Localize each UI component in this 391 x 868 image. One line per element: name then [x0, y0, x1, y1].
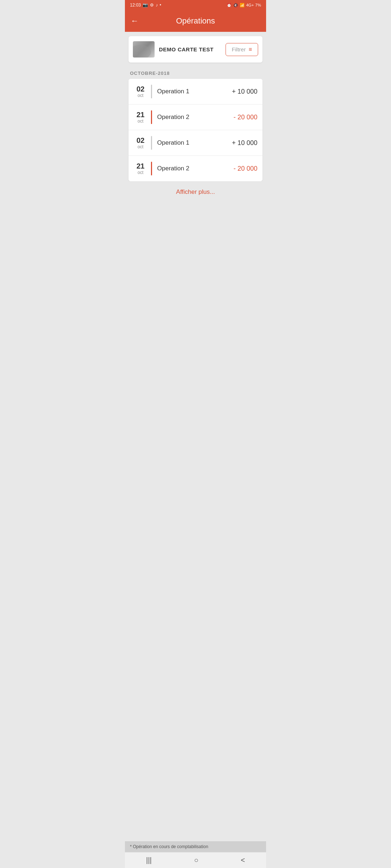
- op-divider: [151, 85, 152, 98]
- op-date: 02 oct: [134, 136, 147, 149]
- table-row[interactable]: 21 oct Operation 2- 20 000: [129, 105, 262, 130]
- op-divider: [151, 110, 152, 124]
- header: ← Opérations: [125, 10, 266, 32]
- op-divider: [151, 162, 152, 175]
- status-bar: 12:03 📷 ⚙ ♪ • ⏰ 🔇 📶 4G+ 7%: [125, 0, 266, 10]
- op-day: 02: [134, 85, 147, 93]
- op-month: oct: [134, 170, 147, 175]
- status-photo-icon: 📷: [143, 3, 148, 8]
- status-time: 12:03: [130, 3, 141, 8]
- filter-icon: ≡: [249, 46, 252, 53]
- op-name: Operation 2: [157, 114, 234, 121]
- month-header: OCTOBRE-2018: [125, 67, 266, 79]
- op-day: 21: [134, 111, 147, 119]
- op-date: 21 oct: [134, 162, 147, 175]
- operations-list: 02 oct Operation 1+ 10 000 21 oct Operat…: [129, 79, 262, 181]
- op-name: Operation 1: [157, 139, 232, 146]
- month-label: OCTOBRE-2018: [130, 71, 170, 76]
- op-divider: [151, 136, 152, 150]
- status-signal-icon: 4G+: [246, 3, 254, 7]
- op-amount: - 20 000: [234, 165, 257, 173]
- back-button[interactable]: ←: [131, 16, 139, 26]
- table-row[interactable]: 02 oct Operation 1+ 10 000: [129, 79, 262, 105]
- filter-button[interactable]: Filtrer ≡: [226, 43, 258, 56]
- op-name: Operation 2: [157, 165, 234, 172]
- show-more-button[interactable]: Afficher plus...: [125, 181, 266, 203]
- status-right: ⏰ 🔇 📶 4G+ 7%: [227, 3, 261, 8]
- op-amount: + 10 000: [232, 139, 257, 147]
- op-month: oct: [134, 93, 147, 98]
- op-month: oct: [134, 144, 147, 149]
- op-day: 02: [134, 136, 147, 144]
- op-amount: - 20 000: [234, 114, 257, 121]
- table-row[interactable]: 02 oct Operation 1+ 10 000: [129, 130, 262, 156]
- card-section: DEMO CARTE TEST Filtrer ≡: [129, 36, 262, 63]
- op-name: Operation 1: [157, 88, 232, 95]
- page-title: Opérations: [144, 16, 247, 26]
- status-left: 12:03 📷 ⚙ ♪ •: [130, 3, 161, 8]
- table-row[interactable]: 21 oct Operation 2- 20 000: [129, 156, 262, 181]
- op-month: oct: [134, 119, 147, 124]
- status-settings-icon: ⚙: [150, 3, 154, 8]
- status-mute-icon: 🔇: [233, 3, 238, 8]
- filter-label: Filtrer: [232, 46, 245, 52]
- status-battery: 7%: [255, 3, 261, 7]
- card-name: DEMO CARTE TEST: [159, 46, 214, 52]
- op-amount: + 10 000: [232, 88, 257, 95]
- card-thumbnail: [133, 41, 155, 58]
- show-more-label: Afficher plus...: [176, 188, 215, 195]
- status-tiktok-icon: ♪: [156, 3, 158, 8]
- status-alarm-icon: ⏰: [227, 3, 232, 8]
- op-day: 21: [134, 162, 147, 170]
- op-date: 21 oct: [134, 111, 147, 124]
- card-left: DEMO CARTE TEST: [133, 41, 214, 58]
- status-dot: •: [160, 3, 161, 8]
- op-date: 02 oct: [134, 85, 147, 98]
- status-wifi-icon: 📶: [240, 3, 245, 8]
